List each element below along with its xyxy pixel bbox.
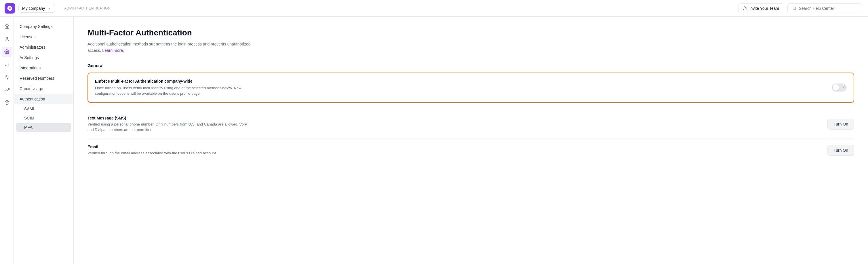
svg-point-5 <box>6 37 8 39</box>
sms-method-desc: Verified using a personal phone number. … <box>88 121 249 133</box>
sidebar-item-licenses[interactable]: Licenses <box>14 32 73 42</box>
sidebar-item-authentication[interactable]: Authentication <box>14 94 73 104</box>
search-input[interactable] <box>799 6 857 11</box>
sidebar-sub-item-saml[interactable]: SAML <box>14 104 73 113</box>
email-method-info: Email Verified through the email address… <box>88 145 828 156</box>
sidebar-nav: Company Settings Licenses Administrators… <box>14 17 74 264</box>
activity-icon <box>4 75 9 80</box>
sidebar-sub-item-label: MFA <box>24 125 33 129</box>
email-method-name: Email <box>88 145 828 149</box>
email-method-desc: Verified through the email address assoc… <box>88 150 249 156</box>
settings-icon <box>4 49 9 54</box>
svg-line-10 <box>6 101 8 102</box>
mfa-card-description: Once turned on, users verify their ident… <box>95 85 256 96</box>
sidebar-sub-item-label: SAML <box>24 107 35 111</box>
toggle-x-icon: ✕ <box>842 86 845 90</box>
sidebar-icon-package[interactable] <box>2 97 12 108</box>
sidebar-icon-user[interactable] <box>2 34 12 44</box>
home-icon <box>4 24 9 29</box>
mfa-card-content: Enforce Multi-Factor Authentication comp… <box>95 79 832 96</box>
invite-team-button[interactable]: Invite Your Team <box>738 3 784 13</box>
company-name: My company <box>22 6 45 11</box>
sidebar-item-label: Integrations <box>20 66 40 70</box>
section-general-title: General <box>88 63 854 68</box>
sidebar-sub-item-scim[interactable]: SCIM <box>14 113 73 123</box>
user-plus-icon <box>743 6 748 11</box>
sidebar-icons <box>0 17 14 264</box>
sidebar-icon-home[interactable] <box>2 21 12 32</box>
email-turn-on-button[interactable]: Turn On <box>828 145 854 156</box>
svg-line-4 <box>795 9 796 10</box>
toggle-knob <box>833 84 839 91</box>
sidebar-item-credit-usage[interactable]: Credit Usage <box>14 84 73 94</box>
main-layout: Company Settings Licenses Administrators… <box>0 17 868 264</box>
sidebar-icon-trending[interactable] <box>2 85 12 95</box>
sidebar-item-label: Administrators <box>20 45 45 50</box>
company-selector[interactable]: My company <box>19 4 55 13</box>
bar-chart-icon <box>4 62 9 67</box>
topbar-left: My company ADMIN / AUTHENTICATION <box>0 3 111 13</box>
search-icon <box>792 6 796 11</box>
user-icon <box>4 36 9 42</box>
learn-more-link[interactable]: Learn more. <box>102 48 124 53</box>
auth-method-sms: Text Message (SMS) Verified using a pers… <box>88 110 854 139</box>
mfa-card-title: Enforce Multi-Factor Authentication comp… <box>95 79 832 84</box>
sidebar-item-label: Credit Usage <box>20 86 43 91</box>
sidebar-icon-activity[interactable] <box>2 72 12 82</box>
trending-up-icon <box>4 87 9 92</box>
package-icon <box>4 100 9 105</box>
sms-method-name: Text Message (SMS) <box>88 116 828 120</box>
chevron-down-icon <box>47 6 51 10</box>
sidebar-sub-item-mfa[interactable]: MFA <box>16 123 71 132</box>
sidebar-item-label: Licenses <box>20 34 35 39</box>
sidebar-sub-item-label: SCIM <box>24 116 34 120</box>
svg-point-3 <box>793 7 796 9</box>
topbar: My company ADMIN / AUTHENTICATION Invite… <box>0 0 868 17</box>
mfa-toggle[interactable]: ✕ <box>832 84 847 92</box>
topbar-right: Invite Your Team <box>738 3 862 13</box>
sidebar-item-label: Reserved Numbers <box>20 76 54 81</box>
auth-method-email: Email Verified through the email address… <box>88 139 854 162</box>
invite-team-label: Invite Your Team <box>749 6 779 11</box>
app-logo <box>5 3 15 13</box>
sms-turn-on-button[interactable]: Turn On <box>828 119 854 129</box>
sidebar-icon-settings[interactable] <box>2 47 12 57</box>
svg-point-6 <box>6 51 7 53</box>
sidebar-item-integrations[interactable]: Integrations <box>14 63 73 73</box>
svg-point-0 <box>744 7 745 8</box>
mfa-enforce-card: Enforce Multi-Factor Authentication comp… <box>88 72 854 103</box>
content-area: Multi-Factor Authentication Additional a… <box>74 17 868 264</box>
sidebar-icon-analytics[interactable] <box>2 59 12 70</box>
sidebar-item-label: Company Settings <box>20 24 52 29</box>
sidebar-item-administrators[interactable]: Administrators <box>14 42 73 52</box>
page-subtitle: Additional authentication methods streng… <box>88 41 260 54</box>
sidebar-item-label: Authentication <box>20 97 45 101</box>
search-box <box>787 3 862 13</box>
sidebar-item-reserved-numbers[interactable]: Reserved Numbers <box>14 73 73 84</box>
sidebar-item-label: Ai Settings <box>20 55 39 60</box>
logo-icon <box>7 5 13 11</box>
sidebar-item-ai-settings[interactable]: Ai Settings <box>14 52 73 63</box>
sidebar-item-company-settings[interactable]: Company Settings <box>14 21 73 32</box>
mfa-toggle-wrapper[interactable]: ✕ <box>832 84 847 92</box>
page-title: Multi-Factor Authentication <box>88 28 854 37</box>
breadcrumb: ADMIN / AUTHENTICATION <box>55 6 110 10</box>
sms-method-info: Text Message (SMS) Verified using a pers… <box>88 116 828 133</box>
